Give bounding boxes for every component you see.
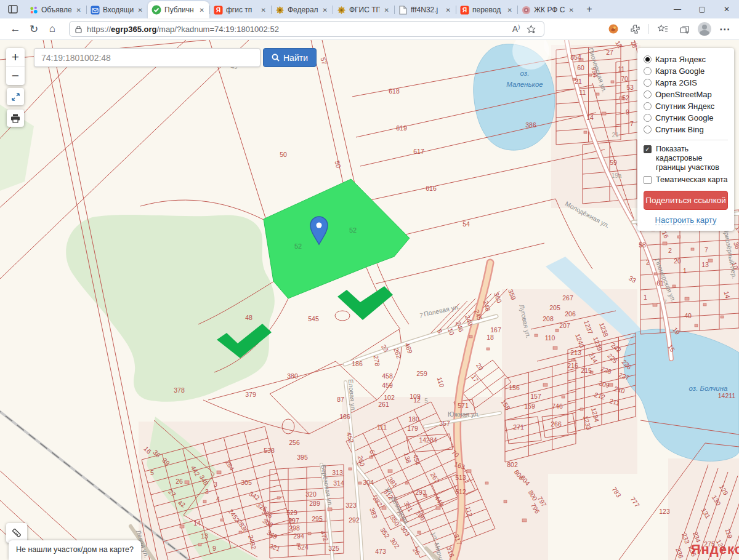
svg-text:313: 313: [332, 469, 343, 476]
checkbox-label: Тематическая карта: [656, 175, 728, 185]
svg-text:11: 11: [579, 89, 586, 96]
print-button[interactable]: [7, 110, 24, 127]
svg-text:180: 180: [408, 415, 419, 423]
svg-text:19а: 19а: [612, 172, 622, 179]
read-aloud-icon[interactable]: A): [509, 22, 523, 36]
configure-map-link[interactable]: Настроить карту: [655, 215, 717, 225]
tab-actions-icon[interactable]: [5, 2, 21, 16]
radio-unselected[interactable]: [644, 114, 652, 122]
cadastral-map-svg[interactable]: 5750504961861961761654994оз.Маленькое386…: [0, 40, 739, 560]
tab-close-icon[interactable]: ✕: [321, 6, 329, 15]
svg-text:5: 5: [150, 469, 154, 476]
settings-menu-icon[interactable]: ⋯: [717, 20, 733, 38]
checkbox-checked[interactable]: ✓: [644, 145, 652, 153]
svg-text:18: 18: [487, 334, 494, 341]
layer-option-6[interactable]: Спутник Google: [644, 112, 728, 124]
layer-option-1[interactable]: Карта Яндекс: [644, 54, 728, 65]
tab-4[interactable]: Яфгис тп✕: [209, 1, 271, 18]
svg-text:395: 395: [297, 454, 308, 461]
tab-close-icon[interactable]: ✕: [260, 6, 267, 15]
checkbox-unchecked[interactable]: [644, 176, 652, 184]
svg-text:Маленькое: Маленькое: [506, 81, 543, 88]
tab-title: ФГИС ТП: [349, 6, 380, 14]
tab-close-icon[interactable]: ✕: [75, 6, 83, 15]
toolbar-right-icons: ⋯: [605, 20, 733, 38]
radio-unselected[interactable]: [644, 90, 652, 98]
find-button[interactable]: Найти: [263, 48, 317, 67]
svg-text:58: 58: [639, 241, 646, 249]
svg-text:186: 186: [352, 360, 363, 367]
profile-avatar[interactable]: [698, 22, 711, 36]
yandex-watermark: Яндекс: [691, 542, 739, 558]
tab-7[interactable]: fff4N32.j✕: [394, 1, 456, 18]
svg-text:Южная ул.: Южная ул.: [448, 410, 480, 418]
svg-text:52: 52: [349, 226, 357, 234]
svg-text:1: 1: [683, 267, 687, 274]
svg-text:26: 26: [176, 478, 183, 485]
kadnum-search-input[interactable]: [34, 48, 260, 67]
layer-option-2[interactable]: Карта Google: [644, 65, 728, 77]
share-link-button[interactable]: Поделиться ссылкой: [644, 191, 728, 210]
tab-2[interactable]: Входящи✕: [86, 1, 148, 18]
fullscreen-button[interactable]: [7, 88, 24, 105]
radio-unselected[interactable]: [644, 126, 652, 134]
yandex-icon: Я: [213, 5, 223, 15]
close-button[interactable]: ✕: [714, 0, 739, 18]
reload-button[interactable]: ↻: [25, 20, 43, 38]
tab-title: Публичн: [164, 6, 195, 14]
maximize-button[interactable]: ▢: [690, 0, 714, 18]
svg-text:157: 157: [530, 393, 541, 400]
svg-text:618: 618: [389, 87, 400, 95]
radio-unselected[interactable]: [644, 102, 652, 110]
radio-unselected[interactable]: [644, 67, 652, 75]
svg-text:156: 156: [509, 384, 520, 391]
layer-option-label: Карта Google: [655, 65, 705, 77]
svg-text:208: 208: [543, 315, 554, 322]
layer-option-7[interactable]: Спутник Bing: [644, 124, 728, 135]
layer-checkbox-1[interactable]: ✓Показать кадастровые границы участков: [644, 145, 728, 172]
svg-text:2: 2: [646, 258, 650, 266]
radio-selected[interactable]: [644, 55, 652, 63]
add-favorite-star-icon[interactable]: [523, 22, 538, 36]
tab-close-icon[interactable]: ✕: [506, 6, 514, 15]
svg-text:529: 529: [286, 509, 297, 516]
address-bar[interactable]: https://egrp365.org/map/?kadnum=74:19:18…: [69, 21, 544, 37]
tab-close-icon[interactable]: ✕: [445, 6, 452, 15]
layer-option-5[interactable]: Спутник Яндекс: [644, 100, 728, 112]
zoom-out-button[interactable]: −: [6, 66, 25, 85]
tab-5[interactable]: Федерал✕: [271, 1, 333, 18]
back-button[interactable]: ←: [6, 20, 25, 38]
radio-unselected[interactable]: [644, 79, 652, 87]
tab-8[interactable]: Яперевод✕: [456, 1, 517, 18]
not-found-prompt[interactable]: Не нашли участок/дом на карте?: [9, 540, 141, 560]
minimize-button[interactable]: —: [665, 0, 690, 18]
new-tab-button[interactable]: +: [581, 1, 597, 17]
svg-text:14211: 14211: [718, 392, 736, 399]
layer-option-3[interactable]: Карта 2GIS: [644, 77, 728, 89]
layer-option-4[interactable]: OpenStreetMap: [644, 89, 728, 100]
svg-text:256: 256: [289, 439, 300, 446]
collections-icon[interactable]: [676, 20, 692, 38]
svg-text:166: 166: [339, 413, 350, 420]
extensions-puzzle-icon[interactable]: [627, 20, 643, 38]
tab-3-active[interactable]: Публичн✕: [148, 1, 209, 18]
svg-text:14284: 14284: [419, 436, 437, 444]
svg-text:52: 52: [294, 242, 302, 250]
home-button[interactable]: ⌂: [43, 20, 62, 38]
zoom-in-button[interactable]: +: [6, 48, 25, 66]
svg-text:616: 616: [426, 185, 437, 192]
tab-close-icon[interactable]: ✕: [198, 6, 206, 15]
layer-option-label: Карта Яндекс: [655, 54, 706, 65]
lock-icon: [75, 25, 82, 33]
extension-icon[interactable]: [605, 20, 621, 38]
tab-title: ЖК РФ С: [534, 6, 565, 14]
tab-close-icon[interactable]: ✕: [568, 6, 575, 15]
tab-close-icon[interactable]: ✕: [383, 6, 390, 15]
tab-6[interactable]: ФГИС ТП✕: [333, 1, 394, 18]
tab-close-icon[interactable]: ✕: [137, 6, 144, 15]
tab-1[interactable]: Объявле✕: [25, 1, 86, 18]
tab-9[interactable]: ЖК РФ С✕: [517, 1, 579, 18]
layer-checkbox-2[interactable]: Тематическая карта: [644, 175, 728, 185]
svg-text:619: 619: [396, 124, 407, 132]
favorites-icon[interactable]: [655, 20, 671, 38]
